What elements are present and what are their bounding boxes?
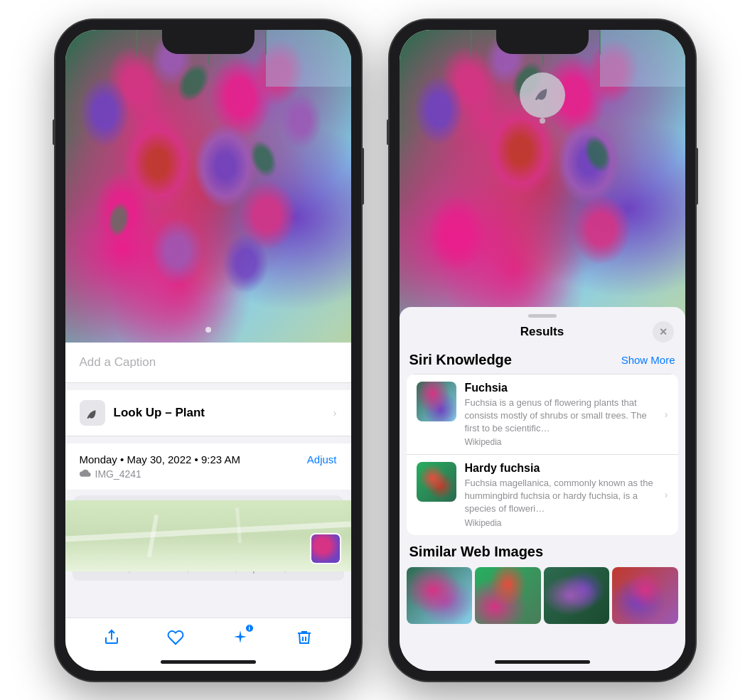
filename-line: IMG_4241: [80, 468, 337, 480]
lookup-row[interactable]: Look Up – Plant ›: [65, 390, 351, 436]
phone-screen-right: Results ✕ Siri Knowledge Show More Fuchs…: [400, 30, 685, 671]
toolbar-left: i: [65, 618, 351, 657]
lookup-icon: [80, 400, 105, 426]
date-text: Monday • May 30, 2022 • 9:23 AM: [80, 453, 240, 465]
hardy-name: Hardy fuchsia: [465, 462, 656, 475]
map-placeholder: [65, 500, 351, 571]
notch-left: [162, 30, 255, 54]
similar-image-2[interactable]: [475, 567, 541, 624]
left-phone: Add a Caption Look Up – Plant › Monda: [55, 20, 361, 681]
knowledge-item-fuchsia[interactable]: Fuchsia Fuchsia is a genus of flowering …: [407, 374, 678, 455]
flower-photo-left: [65, 30, 351, 343]
similar-section: Similar Web Images: [407, 544, 678, 624]
home-indicator-left: [161, 660, 256, 664]
similar-images-row: [407, 567, 678, 624]
results-title: Results: [520, 325, 564, 339]
siri-leaf-icon: [532, 82, 553, 108]
similar-image-4[interactable]: [612, 567, 678, 624]
right-phone: Results ✕ Siri Knowledge Show More Fuchs…: [390, 20, 695, 681]
delete-button[interactable]: [289, 622, 320, 653]
heart-icon: [167, 629, 184, 646]
lookup-label: Look Up – Plant: [114, 406, 205, 420]
info-button[interactable]: i: [225, 622, 256, 653]
share-button[interactable]: [96, 622, 127, 653]
hardy-thumb-image: [417, 462, 456, 502]
show-more-button[interactable]: Show More: [621, 354, 675, 366]
map-area[interactable]: [65, 500, 351, 571]
fuchsia-desc: Fuchsia is a genus of flowering plants t…: [465, 397, 656, 436]
date-row: Monday • May 30, 2022 • 9:23 AM Adjust I…: [65, 443, 351, 490]
knowledge-section-header: Siri Knowledge Show More: [400, 346, 685, 374]
caption-placeholder: Add a Caption: [80, 355, 156, 369]
date-line: Monday • May 30, 2022 • 9:23 AM Adjust: [80, 453, 337, 465]
similar-image-1[interactable]: [407, 567, 473, 624]
knowledge-items: Fuchsia Fuchsia is a genus of flowering …: [407, 374, 678, 535]
page-dot-left: [205, 327, 211, 333]
hardy-desc: Fuchsia magellanica, commonly known as t…: [465, 477, 656, 516]
fuchsia-source: Wikipedia: [465, 437, 656, 447]
info-badge: i: [248, 625, 250, 632]
lookup-chevron: ›: [333, 407, 337, 419]
cloud-icon: [80, 468, 91, 480]
results-close-button[interactable]: ✕: [653, 321, 674, 343]
filename-text: IMG_4241: [95, 468, 141, 480]
results-header: Results ✕: [400, 318, 685, 346]
home-indicator-right: [495, 660, 590, 664]
fuchsia-thumb-image: [417, 382, 456, 421]
share-icon: [103, 629, 120, 646]
leaf-icon: [85, 405, 100, 421]
fuchsia-thumbnail: [417, 382, 456, 421]
phone-screen-left: Add a Caption Look Up – Plant › Monda: [65, 30, 351, 671]
fuchsia-text: Fuchsia Fuchsia is a genus of flowering …: [465, 382, 656, 448]
favorite-button[interactable]: [160, 622, 191, 653]
photo-area-right[interactable]: [400, 30, 685, 328]
hardy-source: Wikipedia: [465, 518, 656, 528]
similar-image-3[interactable]: [544, 567, 610, 624]
hardy-chevron: ›: [665, 489, 668, 500]
knowledge-title: Siri Knowledge: [409, 352, 512, 368]
caption-row[interactable]: Add a Caption: [65, 343, 351, 383]
notch-right: [496, 30, 589, 54]
info-area-left: Add a Caption Look Up – Plant › Monda: [65, 343, 351, 621]
trash-icon: [296, 629, 313, 646]
map-thumbnail: [310, 533, 341, 564]
siri-dot: [540, 118, 545, 124]
adjust-button[interactable]: Adjust: [307, 453, 337, 465]
hardy-text: Hardy fuchsia Fuchsia magellanica, commo…: [465, 462, 656, 528]
photo-area-left[interactable]: [65, 30, 351, 343]
siri-bubble: [520, 72, 565, 118]
similar-title: Similar Web Images: [407, 544, 678, 560]
knowledge-item-hardy[interactable]: Hardy fuchsia Fuchsia magellanica, commo…: [407, 454, 678, 535]
results-panel: Results ✕ Siri Knowledge Show More Fuchs…: [400, 307, 685, 671]
cloud-svg: [80, 469, 91, 478]
fuchsia-name: Fuchsia: [465, 382, 656, 394]
hardy-thumbnail: [417, 462, 456, 502]
fuchsia-chevron: ›: [665, 409, 668, 420]
